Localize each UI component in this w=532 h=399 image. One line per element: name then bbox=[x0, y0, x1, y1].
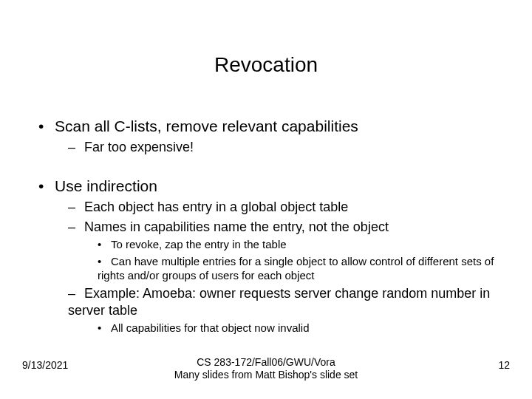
footer-date: 9/13/2021 bbox=[22, 359, 68, 371]
bullet-2-sub-1: –Each object has entry in a global objec… bbox=[68, 199, 510, 216]
dot-marker: • bbox=[98, 321, 111, 335]
bullet-2: •Use indirection bbox=[38, 177, 510, 196]
bullet-2-text: Use indirection bbox=[55, 177, 157, 194]
dash-marker: – bbox=[68, 139, 84, 156]
bullet-2-sub-2: –Names in capabilities name the entry, n… bbox=[68, 219, 510, 236]
bullet-marker: • bbox=[38, 177, 55, 196]
bullet-marker: • bbox=[38, 117, 55, 136]
slide: Revocation •Scan all C-lists, remove rel… bbox=[0, 0, 532, 399]
bullet-1: •Scan all C-lists, remove relevant capab… bbox=[38, 117, 510, 136]
spacer bbox=[22, 159, 510, 172]
bullet-2-sub-1-text: Each object has entry in a global object… bbox=[84, 200, 348, 214]
bullet-2-sub-2-text: Names in capabilities name the entry, no… bbox=[84, 219, 389, 234]
dot-marker: • bbox=[98, 238, 111, 252]
slide-title: Revocation bbox=[22, 0, 510, 112]
dash-marker: – bbox=[68, 285, 84, 302]
dot-marker: • bbox=[98, 255, 111, 269]
bullet-2-sub-3-text: Example: Amoeba: owner requests server c… bbox=[68, 286, 490, 318]
slide-content: •Scan all C-lists, remove relevant capab… bbox=[22, 117, 510, 335]
bullet-1-sub-1-text: Far too expensive! bbox=[84, 140, 194, 154]
dash-marker: – bbox=[68, 199, 84, 216]
bullet-2-sub-3a-text: All capabilities for that object now inv… bbox=[111, 321, 309, 334]
bullet-1-sub-1: –Far too expensive! bbox=[68, 139, 510, 156]
bullet-2-sub-3a: •All capabilities for that object now in… bbox=[98, 321, 510, 335]
footer-line1: CS 283-172/Fall06/GWU/Vora bbox=[0, 356, 532, 369]
footer-center: CS 283-172/Fall06/GWU/Vora Many slides f… bbox=[0, 356, 532, 381]
bullet-2-sub-2a: •To revoke, zap the entry in the table bbox=[98, 238, 510, 252]
footer-page: 12 bbox=[498, 359, 510, 371]
bullet-2-sub-2b-text: Can have multiple entries for a single o… bbox=[98, 255, 494, 282]
bullet-1-text: Scan all C-lists, remove relevant capabi… bbox=[55, 117, 358, 134]
bullet-2-sub-3: –Example: Amoeba: owner requests server … bbox=[68, 285, 510, 318]
footer-line2: Many slides from Matt Bishop's slide set bbox=[0, 369, 532, 381]
bullet-2-sub-2a-text: To revoke, zap the entry in the table bbox=[111, 238, 287, 250]
dash-marker: – bbox=[68, 219, 84, 236]
footer: 9/13/2021 CS 283-172/Fall06/GWU/Vora Man… bbox=[0, 356, 532, 381]
bullet-2-sub-2b: •Can have multiple entries for a single … bbox=[98, 255, 510, 283]
